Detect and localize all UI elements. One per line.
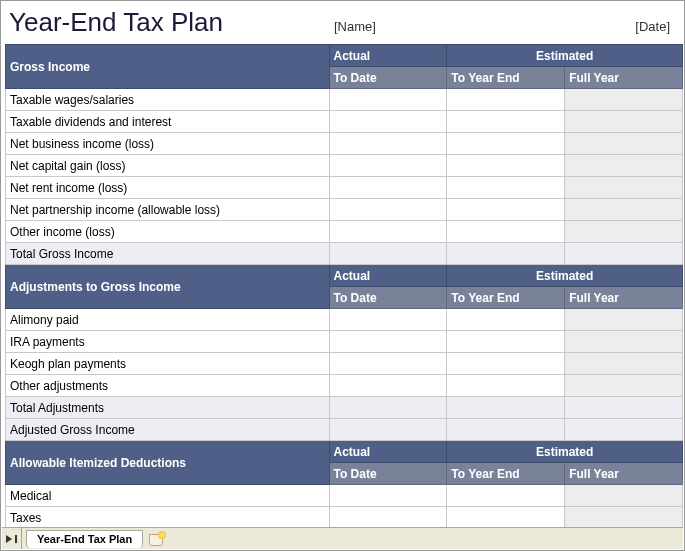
col-actual: Actual (329, 441, 447, 463)
sheet-tab-label: Year-End Tax Plan (37, 533, 132, 545)
col-to-year-end: To Year End (447, 463, 565, 485)
section-title: Gross Income (6, 45, 330, 89)
row-label: Other adjustments (6, 375, 330, 397)
total-cell (447, 397, 565, 419)
total-cell (565, 397, 683, 419)
total-cell (329, 397, 447, 419)
cell[interactable] (329, 375, 447, 397)
cell[interactable] (447, 485, 565, 507)
cell[interactable] (447, 375, 565, 397)
col-full-year: Full Year (565, 287, 683, 309)
total-cell (329, 243, 447, 265)
tax-plan-table: Gross IncomeActualEstimatedTo DateTo Yea… (5, 44, 683, 529)
cell[interactable] (447, 221, 565, 243)
cell[interactable] (565, 89, 683, 111)
new-sheet-icon[interactable] (149, 532, 165, 546)
total-cell (329, 419, 447, 441)
section-title: Adjustments to Gross Income (6, 265, 330, 309)
cell[interactable] (329, 485, 447, 507)
cell[interactable] (329, 89, 447, 111)
cell[interactable] (565, 353, 683, 375)
nav-next-icon[interactable] (6, 535, 12, 543)
row-label: Net business income (loss) (6, 133, 330, 155)
title-row: Year-End Tax Plan [Name] [Date] (3, 3, 682, 44)
row-label: Taxable dividends and interest (6, 111, 330, 133)
cell[interactable] (565, 309, 683, 331)
cell[interactable] (565, 133, 683, 155)
cell[interactable] (565, 199, 683, 221)
col-estimated: Estimated (447, 265, 683, 287)
total-cell (565, 419, 683, 441)
document-title: Year-End Tax Plan (9, 7, 334, 38)
cell[interactable] (565, 507, 683, 529)
cell[interactable] (447, 353, 565, 375)
cell[interactable] (447, 177, 565, 199)
cell[interactable] (565, 221, 683, 243)
total-label: Total Gross Income (6, 243, 330, 265)
nav-last-icon[interactable] (15, 535, 17, 543)
total-cell (447, 243, 565, 265)
name-placeholder: [Name] (334, 19, 484, 34)
col-to-date: To Date (329, 287, 447, 309)
col-actual: Actual (329, 265, 447, 287)
cell[interactable] (565, 375, 683, 397)
sheet-tab-bar: Year-End Tax Plan (2, 527, 683, 549)
cell[interactable] (447, 111, 565, 133)
cell[interactable] (329, 353, 447, 375)
cell[interactable] (329, 199, 447, 221)
date-placeholder: [Date] (635, 19, 676, 34)
section-title: Allowable Itemized Deductions (6, 441, 330, 485)
cell[interactable] (447, 199, 565, 221)
total-cell (565, 243, 683, 265)
row-label: Net rent income (loss) (6, 177, 330, 199)
col-estimated: Estimated (447, 441, 683, 463)
cell[interactable] (565, 155, 683, 177)
total-label: Total Adjustments (6, 397, 330, 419)
cell[interactable] (447, 89, 565, 111)
cell[interactable] (447, 133, 565, 155)
row-label: Medical (6, 485, 330, 507)
col-to-date: To Date (329, 67, 447, 89)
cell[interactable] (329, 309, 447, 331)
col-full-year: Full Year (565, 67, 683, 89)
col-to-year-end: To Year End (447, 287, 565, 309)
cell[interactable] (329, 507, 447, 529)
cell[interactable] (329, 331, 447, 353)
cell[interactable] (565, 177, 683, 199)
row-label: Net capital gain (loss) (6, 155, 330, 177)
row-label: Keogh plan payments (6, 353, 330, 375)
row-label: Net partnership income (allowable loss) (6, 199, 330, 221)
sheet-tab[interactable]: Year-End Tax Plan (26, 530, 143, 548)
col-full-year: Full Year (565, 463, 683, 485)
total-cell (447, 419, 565, 441)
col-to-year-end: To Year End (447, 67, 565, 89)
cell[interactable] (329, 111, 447, 133)
cell[interactable] (447, 309, 565, 331)
row-label: IRA payments (6, 331, 330, 353)
cell[interactable] (447, 155, 565, 177)
sheet-nav-buttons[interactable] (2, 528, 22, 549)
cell[interactable] (565, 485, 683, 507)
cell[interactable] (447, 331, 565, 353)
row-label: Taxable wages/salaries (6, 89, 330, 111)
cell[interactable] (447, 507, 565, 529)
col-estimated: Estimated (447, 45, 683, 67)
row-label: Taxes (6, 507, 330, 529)
cell[interactable] (329, 133, 447, 155)
cell[interactable] (565, 331, 683, 353)
cell[interactable] (329, 221, 447, 243)
row-label: Alimony paid (6, 309, 330, 331)
cell[interactable] (565, 111, 683, 133)
row-label: Other income (loss) (6, 221, 330, 243)
cell[interactable] (329, 155, 447, 177)
col-to-date: To Date (329, 463, 447, 485)
col-actual: Actual (329, 45, 447, 67)
cell[interactable] (329, 177, 447, 199)
total-label: Adjusted Gross Income (6, 419, 330, 441)
